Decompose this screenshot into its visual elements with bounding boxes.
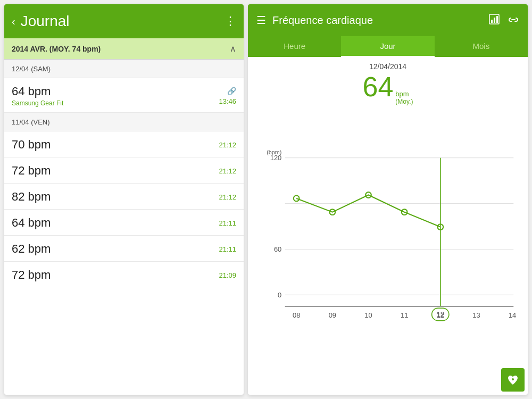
reading-right-6: 21:11 bbox=[219, 245, 236, 253]
date-label-2: 11/04 (VEN) bbox=[12, 118, 50, 126]
svg-point-28 bbox=[512, 378, 514, 380]
tab-mois[interactable]: Mois bbox=[435, 36, 528, 57]
reading-time-3: 21:12 bbox=[219, 167, 236, 175]
right-header-left: ☰ Fréquence cardiaque bbox=[256, 14, 373, 27]
reading-row-2[interactable]: 70 bpm 21:12 bbox=[4, 131, 244, 157]
svg-rect-1 bbox=[491, 20, 493, 23]
bpm-value-6: 62 bpm bbox=[12, 242, 51, 256]
chart-date: 12/04/2014 bbox=[256, 62, 519, 71]
reading-left-2: 70 bpm bbox=[12, 138, 51, 152]
date-label-1: 12/04 (SAM) bbox=[12, 65, 51, 73]
reading-right-5: 21:11 bbox=[219, 219, 236, 227]
bpm-value-3: 72 bpm bbox=[12, 164, 51, 178]
reading-left-6: 62 bpm bbox=[12, 242, 51, 256]
svg-text:12: 12 bbox=[437, 310, 444, 318]
reading-time-7: 21:09 bbox=[219, 271, 236, 279]
chart-wrapper: 120 (bpm) 60 0 08 09 10 11 12 13 14 bbox=[256, 111, 519, 365]
chart-bpm-number: 64 bbox=[363, 73, 394, 101]
reading-row-6[interactable]: 62 bpm 21:11 bbox=[4, 236, 244, 262]
reading-right-1: 🔗 13:46 bbox=[219, 87, 236, 105]
section-header[interactable]: 2014 AVR. (MOY. 74 bpm) ∧ bbox=[4, 38, 244, 60]
svg-text:09: 09 bbox=[329, 311, 336, 319]
reading-row-3[interactable]: 72 bpm 21:12 bbox=[4, 157, 244, 184]
svg-text:60: 60 bbox=[274, 245, 281, 253]
reading-left-5: 64 bpm bbox=[12, 216, 51, 230]
reading-row-1[interactable]: 64 bpm Samsung Gear Fit 🔗 13:46 bbox=[4, 78, 244, 113]
bottom-corner bbox=[248, 365, 528, 395]
reading-right-3: 21:12 bbox=[219, 167, 236, 175]
back-icon[interactable]: ‹ bbox=[12, 15, 15, 28]
left-header: ‹ Journal ⋮ bbox=[4, 4, 244, 38]
app-container: ‹ Journal ⋮ 2014 AVR. (MOY. 74 bpm) ∧ 12… bbox=[0, 0, 532, 399]
date-row-1: 12/04 (SAM) bbox=[4, 60, 244, 78]
bpm-value-5: 64 bpm bbox=[12, 216, 51, 230]
svg-text:08: 08 bbox=[293, 311, 300, 319]
svg-rect-3 bbox=[496, 16, 498, 23]
heart-button[interactable] bbox=[501, 368, 525, 392]
chevron-up-icon: ∧ bbox=[230, 44, 236, 54]
reading-time-2: 21:12 bbox=[219, 141, 236, 149]
left-panel: ‹ Journal ⋮ 2014 AVR. (MOY. 74 bpm) ∧ 12… bbox=[4, 4, 244, 395]
svg-text:13: 13 bbox=[472, 311, 480, 319]
svg-text:(bpm): (bpm) bbox=[267, 149, 281, 155]
reading-right-4: 21:12 bbox=[219, 193, 236, 201]
svg-text:10: 10 bbox=[364, 311, 372, 319]
svg-rect-2 bbox=[494, 18, 495, 23]
right-title: Fréquence cardiaque bbox=[272, 14, 373, 27]
tab-heure[interactable]: Heure bbox=[248, 36, 341, 57]
right-header-icons bbox=[488, 13, 519, 28]
reading-source-1: Samsung Gear Fit bbox=[12, 99, 63, 107]
reading-time-4: 21:12 bbox=[219, 193, 236, 201]
reading-list: 12/04 (SAM) 64 bpm Samsung Gear Fit 🔗 13… bbox=[4, 60, 244, 395]
chart-bpm-display: 64 bpm (Moy.) bbox=[256, 73, 519, 105]
reading-left-1: 64 bpm Samsung Gear Fit bbox=[12, 85, 63, 107]
reading-left-4: 82 bpm bbox=[12, 190, 51, 204]
bpm-value-2: 70 bpm bbox=[12, 138, 51, 152]
link-icon-1: 🔗 bbox=[227, 87, 236, 95]
right-panel: ☰ Fréquence cardiaque bbox=[248, 4, 528, 395]
more-icon[interactable]: ⋮ bbox=[225, 14, 236, 28]
left-header-left: ‹ Journal bbox=[12, 13, 70, 30]
bpm-value-7: 72 bpm bbox=[12, 268, 51, 282]
link-header-icon[interactable] bbox=[508, 14, 519, 27]
reading-left-3: 72 bpm bbox=[12, 164, 51, 178]
bpm-value-1: 64 bpm bbox=[12, 85, 63, 98]
reading-left-7: 72 bpm bbox=[12, 268, 51, 282]
reading-row-5[interactable]: 64 bpm 21:11 bbox=[4, 210, 244, 236]
reading-time-5: 21:11 bbox=[219, 219, 236, 227]
chart-bpm-unit: bpm (Moy.) bbox=[395, 90, 413, 105]
reading-row-7[interactable]: 72 bpm 21:09 bbox=[4, 262, 244, 287]
section-header-text: 2014 AVR. (MOY. 74 bpm) bbox=[12, 45, 101, 53]
menu-icon[interactable]: ☰ bbox=[256, 14, 266, 27]
date-row-2: 11/04 (VEN) bbox=[4, 113, 244, 131]
svg-text:0: 0 bbox=[278, 291, 281, 299]
chart-svg: 120 (bpm) 60 0 08 09 10 11 12 13 14 bbox=[256, 111, 519, 365]
reading-time-6: 21:11 bbox=[219, 245, 236, 253]
reading-right-2: 21:12 bbox=[219, 141, 236, 149]
chart-area: 12/04/2014 64 bpm (Moy.) 120 bbox=[248, 57, 528, 365]
reading-time-1: 13:46 bbox=[219, 97, 236, 105]
chart-icon[interactable] bbox=[488, 13, 500, 28]
right-header: ☰ Fréquence cardiaque bbox=[248, 4, 528, 36]
bpm-value-4: 82 bpm bbox=[12, 190, 51, 204]
svg-point-23 bbox=[294, 196, 300, 202]
tab-jour[interactable]: Jour bbox=[341, 36, 434, 57]
svg-text:14: 14 bbox=[509, 311, 516, 319]
svg-text:11: 11 bbox=[401, 311, 408, 319]
journal-title: Journal bbox=[21, 13, 70, 30]
reading-right-7: 21:09 bbox=[219, 271, 236, 279]
tabs-row: Heure Jour Mois bbox=[248, 36, 528, 57]
reading-row-4[interactable]: 82 bpm 21:12 bbox=[4, 184, 244, 210]
